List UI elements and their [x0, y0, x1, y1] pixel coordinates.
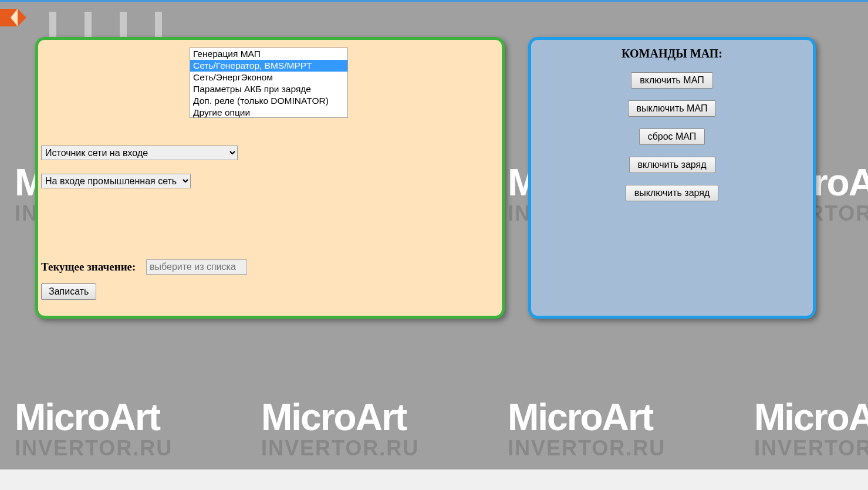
list-item[interactable]: Параметры АКБ при заряде	[190, 83, 347, 95]
list-item[interactable]: Генерация МАП	[190, 48, 347, 60]
map-off-button[interactable]: выключить МАП	[628, 100, 717, 117]
value-select[interactable]: На входе промышленная сеть	[41, 174, 191, 188]
current-value-input	[146, 259, 247, 275]
charge-on-button[interactable]: включить заряд	[629, 157, 715, 173]
map-reset-button[interactable]: сброс МАП	[639, 129, 705, 145]
commands-panel: КОМАНДЫ МАП: включить МАП выключить МАП …	[528, 37, 816, 319]
parameter-select[interactable]: Источник сети на входе	[41, 146, 238, 160]
list-item[interactable]: Сеть/ЭнергЭконом	[190, 72, 347, 83]
ribbon-icon	[0, 9, 18, 26]
map-on-button[interactable]: включить МАП	[631, 72, 712, 89]
current-value-label: Текущее значение:	[41, 261, 136, 273]
category-listbox[interactable]: Генерация МАП Сеть/Генератор, BMS/MPPT С…	[190, 48, 348, 118]
settings-panel: Генерация МАП Сеть/Генератор, BMS/MPPT С…	[35, 37, 505, 319]
list-item[interactable]: Доп. реле (только DOMINATOR)	[190, 95, 347, 107]
charge-off-button[interactable]: выключить заряд	[626, 185, 719, 201]
save-button[interactable]: Записать	[41, 283, 96, 300]
top-bar	[0, 0, 868, 2]
commands-title: КОМАНДЫ МАП:	[538, 47, 806, 60]
list-item[interactable]: Другие опции	[190, 107, 347, 118]
list-item[interactable]: Сеть/Генератор, BMS/MPPT	[190, 60, 347, 72]
